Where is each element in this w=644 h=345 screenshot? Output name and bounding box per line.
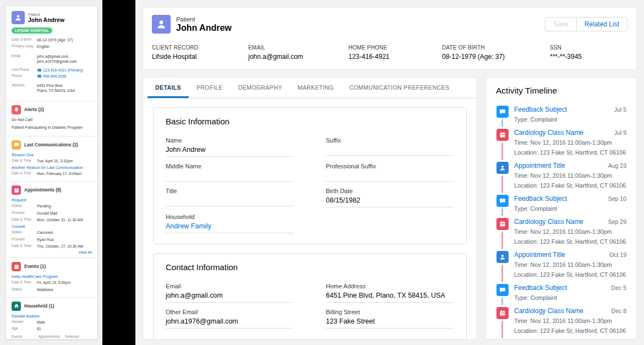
dob-label: Date of Birth	[12, 37, 37, 42]
birth-date-value[interactable]: 08/15/1982	[326, 194, 454, 207]
tab-communication-preferences[interactable]: COMMUNICATION PREFERENCES	[342, 78, 457, 98]
timeline-item-link[interactable]: Cardiology Class Name	[514, 307, 583, 315]
timeline-connector	[501, 265, 503, 282]
email-value[interactable]: john.a@gmail.com	[166, 289, 294, 303]
contact-information-card: Contact Information Emailjohn.a@gmail.co…	[153, 253, 467, 339]
timeline-item-detail: Type: Complaint	[514, 294, 626, 302]
timeline-item-link[interactable]: Feedback Subject	[514, 195, 567, 202]
household-member-link[interactable]: Randall Andrew	[12, 314, 92, 319]
household-stat-events: Events 2	[12, 335, 39, 340]
alerts-section-title: Alerts (2)	[24, 107, 44, 112]
name-label: Name	[166, 137, 294, 144]
datetime-label: Date & Time	[12, 280, 37, 285]
household-icon	[12, 302, 21, 311]
alerts-section: Alerts (2) Do Not Call! Patient Particip…	[6, 101, 97, 136]
phone-icon: ☎	[37, 74, 42, 78]
timeline-item-detail: Location: 123 Fake St, Hartford, CT 0610…	[514, 327, 626, 335]
email-label: Email	[12, 54, 37, 64]
ssn-label: SSN	[550, 45, 627, 51]
timeline-item-event: Cardiology Class NameJul 9 Time: Nov 12,…	[496, 129, 626, 162]
event-icon	[496, 129, 509, 141]
activity-timeline-title: Activity Timeline	[496, 86, 626, 96]
home-address-label: Home Address	[326, 283, 454, 289]
timeline-item-link[interactable]: Feedback Subject	[514, 106, 567, 113]
appointment-link[interactable]: Consult	[12, 224, 92, 229]
age-value: 81	[37, 326, 41, 331]
timeline-item-link[interactable]: Appointment Title	[514, 251, 565, 259]
black-divider	[102, 0, 135, 345]
save-button[interactable]: Save	[545, 17, 576, 31]
timeline-connector	[501, 209, 503, 216]
appointment-icon	[496, 162, 509, 174]
billing-street-value[interactable]: 123 Fake Street	[326, 315, 454, 328]
household-value-link[interactable]: Andrew Family	[166, 220, 294, 233]
timeline-item-link[interactable]: Cardiology Class Name	[514, 129, 583, 136]
timeline-item-feedback: Feedback SubjectSep 10 Type: Complaint	[496, 195, 626, 218]
other-email-label: Other Email	[166, 309, 294, 315]
email-field-value: john.a@gmail.com	[248, 53, 348, 61]
timeline-item-appointment: Appointment TitleAug 23 Time: Nov 12, 20…	[496, 162, 626, 195]
feedback-icon	[496, 106, 509, 118]
tab-profile[interactable]: PROFILE	[189, 78, 231, 98]
sidebar-entity-label: Patient	[28, 13, 64, 17]
timeline-item-detail: Type: Complaint	[514, 116, 626, 123]
view-all-link[interactable]: View All	[79, 250, 92, 254]
timeline-item-link[interactable]: Cardiology Class Name	[514, 218, 583, 226]
timeline-item-date: Jul 5	[610, 106, 626, 113]
tab-details[interactable]: DETAILS	[148, 78, 189, 98]
household-label: Household	[166, 213, 294, 220]
age-label: Age	[12, 326, 37, 331]
communication-link[interactable]: Another Reason for Last Communication	[12, 165, 92, 170]
date-of-birth-label: DATE OF BIRTH	[442, 45, 550, 51]
timeline-connector	[501, 119, 503, 127]
alert-item: Do Not Call!	[12, 117, 92, 122]
empty-field	[326, 213, 454, 233]
basic-information-card: Basic Information NameJohn Andrew Suffix…	[153, 107, 467, 244]
name-value[interactable]: John Andrew	[166, 144, 294, 157]
other-email-value[interactable]: john.a1976@gmail.com	[166, 315, 294, 328]
suffix-value[interactable]	[326, 144, 454, 156]
home-address-value[interactable]: 6451 Pine Blvd, Plano, TX 58415, USA	[326, 289, 454, 303]
cell-phone-label: Cell Phone	[12, 68, 37, 73]
feedback-icon	[496, 284, 509, 296]
communication-link[interactable]: Reason One	[12, 152, 92, 157]
suffix-label: Suffix	[326, 137, 454, 144]
timeline-item-detail: Time: Nov 12, 2016 11:00am-1:30pm	[514, 139, 626, 146]
phone-value[interactable]: ☎456-594-3155	[37, 74, 67, 79]
tab-marketing[interactable]: MARKETING	[290, 78, 342, 98]
middle-name-value[interactable]	[166, 169, 294, 182]
event-link[interactable]: Daily HealthCare Program	[12, 274, 92, 279]
patient-summary-card: Patient John Andrew LIFSIDE HOSPITAL Dat…	[6, 6, 98, 339]
datetime-value: Mon, October 31, 11:30 AM	[37, 217, 83, 222]
timeline-item-detail: Location: 123 Fake St, Hartford, CT 0610…	[514, 149, 626, 156]
timeline-item-detail: Time: Nov 12, 2016 11:00am-1:30pm	[514, 317, 626, 325]
status-label: Status	[12, 287, 37, 292]
language-label: Primary Lang...	[12, 44, 37, 49]
provider-label: Provider	[12, 237, 37, 242]
provider-label: Provider	[12, 211, 37, 216]
timeline-item-link[interactable]: Appointment Title	[514, 162, 565, 169]
professional-suffix-value[interactable]	[326, 169, 454, 182]
dob-value: 08-12-1979 (Age: 37)	[37, 37, 73, 42]
datetime-label: Date & Time	[12, 158, 37, 163]
timeline-item-date: Sep 10	[604, 195, 626, 202]
related-list-button[interactable]: Related List	[576, 17, 627, 31]
timeline-item-detail: Time: Nov 12, 2016 11:00am-1:30pm	[514, 228, 626, 236]
timeline-item-detail: Location: 123 Fake St, Hartford, CT 0610…	[514, 271, 626, 278]
appointment-link[interactable]: Request	[12, 198, 92, 202]
tab-demography[interactable]: DEMOGRAPHY	[231, 78, 290, 98]
timeline-item-link[interactable]: Feedback Subject	[514, 284, 567, 292]
feedback-icon	[496, 195, 509, 207]
cell-phone-value[interactable]: ☎123-416-4921 (Primary)	[37, 68, 83, 73]
appointment-icon	[496, 251, 509, 263]
record-header: Patient John Andrew Save Related List CL…	[143, 7, 637, 70]
household-stat-appointments: Appointments 4	[39, 335, 66, 340]
datetime-value: Mon, February 17, 8:09am	[37, 171, 81, 176]
title-value[interactable]	[166, 194, 294, 206]
professional-suffix-label: Professional Suffix	[326, 163, 454, 169]
status-value: Canceled	[37, 230, 53, 235]
activity-timeline-panel: Activity Timeline Feedback SubjectJul 5 …	[485, 77, 637, 339]
last-communications-section: Last Communications (2) Reason One Date …	[6, 136, 97, 182]
timeline-item-date: Aug 23	[604, 162, 626, 169]
timeline-connector	[501, 321, 503, 338]
